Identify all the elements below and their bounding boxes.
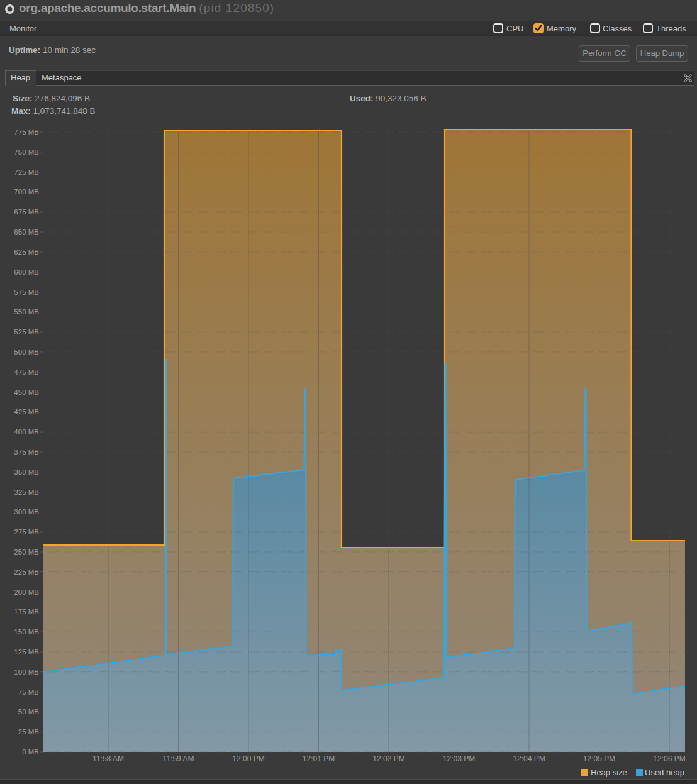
svg-text:12:02 PM: 12:02 PM — [372, 754, 404, 763]
svg-text:625 MB: 625 MB — [14, 248, 39, 256]
svg-text:75 MB: 75 MB — [18, 688, 40, 696]
svg-text:575 MB: 575 MB — [14, 289, 39, 296]
svg-text:775 MB: 775 MB — [14, 128, 39, 136]
svg-text:250 MB: 250 MB — [14, 548, 39, 556]
svg-text:200 MB: 200 MB — [14, 588, 39, 596]
svg-text:525 MB: 525 MB — [14, 328, 39, 336]
svg-text:425 MB: 425 MB — [14, 408, 39, 416]
svg-text:150 MB: 150 MB — [14, 628, 39, 636]
svg-text:750 MB: 750 MB — [14, 148, 39, 156]
svg-text:675 MB: 675 MB — [14, 208, 39, 216]
svg-text:12:00 PM: 12:00 PM — [232, 754, 264, 763]
svg-text:500 MB: 500 MB — [14, 348, 39, 356]
svg-text:0 MB: 0 MB — [22, 748, 39, 756]
svg-text:350 MB: 350 MB — [14, 468, 39, 476]
svg-text:50 MB: 50 MB — [18, 708, 40, 715]
svg-text:12:04 PM: 12:04 PM — [513, 754, 545, 763]
svg-text:725 MB: 725 MB — [14, 168, 39, 176]
svg-text:12:06 PM: 12:06 PM — [653, 754, 685, 763]
svg-text:125 MB: 125 MB — [14, 648, 39, 656]
svg-text:11:58 AM: 11:58 AM — [92, 754, 124, 763]
svg-text:12:01 PM: 12:01 PM — [303, 754, 335, 763]
svg-text:375 MB: 375 MB — [14, 448, 39, 456]
svg-text:11:59 AM: 11:59 AM — [163, 754, 194, 763]
svg-text:225 MB: 225 MB — [14, 568, 39, 576]
svg-text:450 MB: 450 MB — [14, 389, 39, 396]
svg-text:300 MB: 300 MB — [14, 508, 39, 516]
svg-text:400 MB: 400 MB — [14, 428, 39, 436]
svg-text:700 MB: 700 MB — [14, 188, 39, 196]
svg-text:550 MB: 550 MB — [14, 308, 39, 316]
svg-text:12:05 PM: 12:05 PM — [583, 754, 615, 763]
svg-text:175 MB: 175 MB — [14, 608, 39, 616]
svg-text:25 MB: 25 MB — [18, 728, 40, 736]
svg-text:325 MB: 325 MB — [14, 489, 39, 496]
svg-text:600 MB: 600 MB — [14, 268, 39, 276]
svg-text:100 MB: 100 MB — [14, 668, 39, 676]
svg-text:12:03 PM: 12:03 PM — [443, 754, 475, 763]
svg-text:475 MB: 475 MB — [14, 368, 39, 376]
svg-text:275 MB: 275 MB — [14, 528, 39, 536]
svg-text:650 MB: 650 MB — [14, 228, 39, 236]
